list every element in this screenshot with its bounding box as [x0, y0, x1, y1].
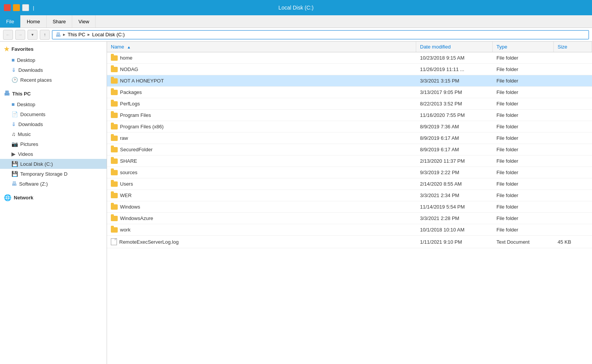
sidebar-item-downloads-fav[interactable]: ⇓ Downloads [0, 65, 107, 75]
file-name: Users [107, 180, 416, 188]
file-name-text: raw [120, 135, 128, 141]
music-pc-icon: ♫ [11, 131, 16, 137]
file-name: raw [107, 134, 416, 142]
file-type: File folder [493, 77, 554, 85]
network-section: 🌐 Network [0, 190, 107, 205]
tab-file[interactable]: File [0, 15, 21, 28]
folder-icon [111, 227, 118, 233]
table-row[interactable]: WER 3/3/2021 2:34 PM File folder [107, 190, 592, 201]
table-row[interactable]: Packages 3/13/2017 9:05 PM File folder [107, 87, 592, 98]
file-type: File folder [493, 180, 554, 188]
file-type: File folder [493, 65, 554, 73]
file-size [554, 206, 592, 208]
table-row[interactable]: RemoteExecServerLog.log 1/11/2021 9:10 P… [107, 236, 592, 248]
table-row[interactable]: PerfLogs 8/22/2013 3:52 PM File folder [107, 98, 592, 110]
sidebar-item-documents-pc[interactable]: 📄 Documents [0, 109, 107, 119]
table-row[interactable]: sources 9/3/2019 2:22 PM File folder [107, 167, 592, 178]
network-header[interactable]: 🌐 Network [0, 192, 107, 204]
sidebar-item-pictures-pc-label: Pictures [20, 141, 38, 147]
main-layout: ★ Favorites ■ Desktop ⇓ Downloads 🕑 Rece… [0, 42, 592, 364]
back-button[interactable]: ← [3, 30, 13, 40]
sidebar-item-downloads-pc[interactable]: ⇓ Downloads [0, 119, 107, 129]
address-path[interactable]: 🖶 ► This PC ► Local Disk (C:) [52, 30, 589, 39]
table-row[interactable]: SHARE 2/13/2020 11:37 PM File folder [107, 155, 592, 167]
table-row[interactable]: Users 2/14/2020 8:55 AM File folder [107, 178, 592, 190]
file-type: File folder [493, 157, 554, 165]
file-name-text: Program Files [120, 112, 151, 118]
sidebar-item-pictures-pc[interactable]: 📷 Pictures [0, 139, 107, 149]
file-date: 3/13/2017 9:05 PM [416, 88, 493, 96]
table-row[interactable]: SecuredFolder 8/9/2019 6:17 AM File fold… [107, 144, 592, 155]
file-date: 10/23/2018 9:15 AM [416, 54, 493, 62]
thispc-label: This PC [12, 91, 31, 97]
file-name-text: Program Files (x86) [120, 124, 164, 129]
table-row[interactable]: NOT A HONEYPOT 3/3/2021 3:15 PM File fol… [107, 75, 592, 87]
sidebar-item-desktop-pc-label: Desktop [17, 102, 35, 107]
file-date: 3/3/2021 2:28 PM [416, 214, 493, 222]
desktop-pc-icon: ■ [11, 101, 15, 107]
sidebar-item-downloads-pc-label: Downloads [18, 121, 43, 127]
downloads-fav-icon: ⇓ [11, 67, 16, 73]
folder-icon [111, 101, 118, 107]
dropdown-button[interactable]: ▼ [28, 30, 37, 40]
tab-view[interactable]: View [72, 15, 96, 28]
folder-icon [111, 55, 118, 61]
sidebar-item-desktop-pc[interactable]: ■ Desktop [0, 99, 107, 109]
sidebar-item-local-disk[interactable]: 💾 Local Disk (C:) [0, 159, 107, 169]
file-date: 11/16/2020 7:55 PM [416, 111, 493, 119]
doc-icon [111, 238, 117, 245]
address-local-disk[interactable]: Local Disk (C:) [92, 32, 125, 37]
col-header-size[interactable]: Size [554, 42, 592, 52]
sidebar-item-recent-fav[interactable]: 🕑 Recent places [0, 75, 107, 85]
pictures-pc-icon: 📷 [11, 141, 18, 147]
pc-icon: 🖶 [4, 90, 10, 97]
tab-home[interactable]: Home [21, 15, 47, 28]
file-size [554, 114, 592, 116]
col-header-name[interactable]: Name ▲ [107, 42, 416, 52]
file-date: 11/14/2019 5:54 PM [416, 203, 493, 211]
table-row[interactable]: Program Files (x86) 8/9/2019 7:36 AM Fil… [107, 121, 592, 133]
table-row[interactable]: Program Files 11/16/2020 7:55 PM File fo… [107, 110, 592, 121]
local-disk-icon: 💾 [11, 161, 18, 167]
folder-icon [111, 181, 118, 187]
thispc-header[interactable]: 🖶 This PC [0, 88, 107, 99]
table-row[interactable]: WindowsAzure 3/3/2021 2:28 PM File folde… [107, 213, 592, 224]
folder-icon [111, 113, 118, 118]
sidebar-item-videos-pc-label: Videos [18, 151, 33, 157]
folder-icon [111, 90, 118, 95]
col-header-type[interactable]: Type [493, 42, 554, 52]
sidebar: ★ Favorites ■ Desktop ⇓ Downloads 🕑 Rece… [0, 42, 107, 364]
sidebar-item-temp-storage[interactable]: 💾 Temporary Storage D [0, 169, 107, 179]
sep1: ► [62, 32, 66, 37]
col-header-date[interactable]: Date modified [416, 42, 493, 52]
sidebar-item-desktop-fav[interactable]: ■ Desktop [0, 55, 107, 65]
sidebar-item-software[interactable]: 🖶 Software (Z:) [0, 179, 107, 189]
table-row[interactable]: NODAG 11/26/2019 11:11 ... File folder [107, 64, 592, 75]
favorites-star-icon: ★ [4, 45, 9, 53]
file-size [554, 171, 592, 174]
file-name-text: PerfLogs [120, 101, 140, 107]
file-name-text: Users [120, 181, 133, 187]
sort-arrow-name: ▲ [127, 45, 131, 49]
table-row[interactable]: home 10/23/2018 9:15 AM File folder [107, 52, 592, 64]
table-row[interactable]: raw 8/9/2019 6:17 AM File folder [107, 133, 592, 144]
table-row[interactable]: Windows 11/14/2019 5:54 PM File folder [107, 201, 592, 213]
sidebar-item-videos-pc[interactable]: ▶ Videos [0, 149, 107, 159]
file-type: File folder [493, 203, 554, 211]
address-this-pc[interactable]: This PC [68, 32, 85, 37]
forward-button[interactable]: → [15, 30, 25, 40]
title-separator: | [33, 5, 34, 11]
up-button[interactable]: ↑ [40, 30, 50, 40]
file-date: 3/3/2021 2:34 PM [416, 191, 493, 199]
pc-icon-address: 🖶 [55, 32, 61, 38]
file-date: 3/3/2021 3:15 PM [416, 77, 493, 85]
favorites-header[interactable]: ★ Favorites [0, 43, 107, 55]
network-label: Network [14, 195, 33, 201]
sep2: ► [87, 32, 91, 37]
tab-share[interactable]: Share [47, 15, 73, 28]
file-type: File folder [493, 88, 554, 96]
favorites-label: Favorites [11, 46, 34, 52]
network-icon: 🌐 [4, 194, 11, 201]
table-row[interactable]: work 10/1/2018 10:10 AM File folder [107, 224, 592, 236]
sidebar-item-music-pc[interactable]: ♫ Music [0, 129, 107, 139]
